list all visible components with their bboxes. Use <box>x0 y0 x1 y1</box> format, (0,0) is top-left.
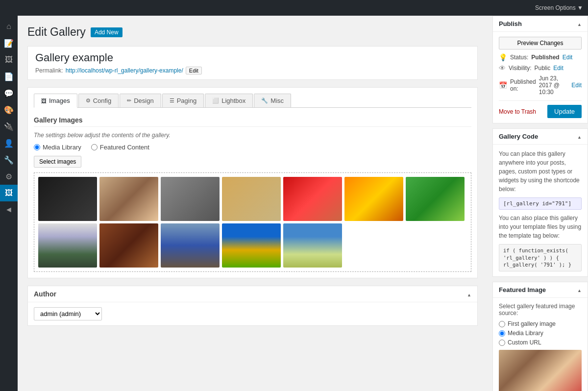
source-featured-content-radio[interactable] <box>91 144 98 150</box>
sidebar-icon-gallery[interactable]: 🖼 <box>0 185 18 201</box>
featured-custom-url[interactable]: Custom URL <box>499 339 582 346</box>
publish-actions: Move to Trash Update <box>499 100 582 118</box>
sidebar-icon-media[interactable]: 🖼 <box>0 51 18 68</box>
gallery-thumb-12[interactable] <box>283 223 342 268</box>
status-edit-link[interactable]: Edit <box>563 54 573 61</box>
sidebar-icon-dashboard[interactable]: ⌂ <box>0 18 18 35</box>
publish-box-content: Preview Changes 💡 Status: Published Edit… <box>493 32 588 123</box>
sidebar-icon-plugins[interactable]: 🔌 <box>0 118 18 135</box>
tab-design-label: Design <box>134 97 153 104</box>
tab-paging[interactable]: ☰ Paging <box>162 94 204 107</box>
image-grid <box>34 172 471 272</box>
publish-box-title: Publish <box>499 20 522 27</box>
gallery-thumb-1[interactable] <box>38 177 97 221</box>
tab-design[interactable]: ✏ Design <box>120 94 161 107</box>
tab-images[interactable]: 🖼 Images <box>34 94 77 108</box>
status-label: Status: <box>510 54 528 61</box>
tab-lightbox[interactable]: ⬜ Lightbox <box>205 94 253 107</box>
screen-options-button[interactable]: Screen Options <box>535 4 583 11</box>
move-to-trash-link[interactable]: Move to Trash <box>499 108 536 115</box>
featured-image-thumb[interactable] <box>499 350 582 391</box>
gallery-note: The settings below adjust the contents o… <box>34 132 471 139</box>
source-media-library[interactable]: Media Library <box>34 144 81 151</box>
published-label: Published on: <box>510 78 536 92</box>
gallery-code-header[interactable]: Gallery Code <box>493 129 588 145</box>
featured-custom-url-radio[interactable] <box>499 340 505 346</box>
gallery-thumb-8[interactable] <box>38 223 97 268</box>
gallery-thumb-4[interactable] <box>222 177 281 221</box>
visibility-edit-link[interactable]: Edit <box>553 65 564 72</box>
tab-paging-label: Paging <box>177 97 196 104</box>
misc-tab-icon: 🔧 <box>261 98 268 104</box>
right-sidebar: Publish Preview Changes 💡 Status: Publis… <box>488 16 588 391</box>
featured-media-library[interactable]: Media Library <box>499 330 582 337</box>
source-featured-content[interactable]: Featured Content <box>91 144 149 151</box>
update-button[interactable]: Update <box>547 105 582 118</box>
featured-image-title: Featured Image <box>499 286 546 293</box>
featured-first-gallery-radio[interactable] <box>499 321 505 327</box>
post-title-wrap: Permalink: http://localhost/wp-rl_galler… <box>27 46 478 80</box>
tab-misc[interactable]: 🔧 Misc <box>254 94 291 107</box>
source-media-library-label: Media Library <box>43 144 81 151</box>
sidebar-icon-tools[interactable]: 🔧 <box>0 151 18 168</box>
featured-image-collapse-icon <box>577 286 582 293</box>
gallery-shortcode[interactable]: [rl_gallery id="791"] <box>499 197 582 210</box>
gallery-thumb-5[interactable] <box>283 177 342 221</box>
preview-changes-button[interactable]: Preview Changes <box>499 37 582 49</box>
featured-custom-url-label: Custom URL <box>508 339 541 346</box>
featured-image-box: Featured Image Select gallery featured i… <box>492 282 588 391</box>
author-box: Author admin (admin) <box>27 286 478 326</box>
gallery-code-box: Gallery Code You can place this gallery … <box>492 128 588 277</box>
tab-images-label: Images <box>49 97 70 104</box>
author-title: Author <box>34 290 56 298</box>
gallery-thumb-3[interactable] <box>161 177 220 221</box>
visibility-label: Visibility: <box>509 65 531 72</box>
lightbox-tab-icon: ⬜ <box>212 98 219 104</box>
gallery-thumb-9[interactable] <box>99 223 158 268</box>
permalink-link[interactable]: http://localhost/wp-rl_gallery/gallery-e… <box>66 67 183 74</box>
gallery-thumb-2[interactable] <box>99 177 158 221</box>
featured-media-library-radio[interactable] <box>499 330 505 337</box>
author-header[interactable]: Author <box>28 286 477 302</box>
featured-first-gallery[interactable]: First gallery image <box>499 320 582 327</box>
publish-box: Publish Preview Changes 💡 Status: Publis… <box>492 16 588 123</box>
gallery-thumb-7[interactable] <box>406 177 465 221</box>
gallery-images-title: Gallery Images <box>34 114 471 127</box>
source-media-library-radio[interactable] <box>34 144 40 150</box>
gallery-images-section: Gallery Images The settings below adjust… <box>34 114 471 272</box>
gallery-thumb-11[interactable] <box>222 223 281 268</box>
featured-select-label: Select gallery featured image source: <box>499 303 582 317</box>
permalink-edit-button[interactable]: Edit <box>186 67 202 74</box>
gallery-thumb-6[interactable] <box>344 177 403 221</box>
post-title-input[interactable] <box>35 51 470 64</box>
gallery-thumb-10[interactable] <box>161 223 220 268</box>
images-tab-icon: 🖼 <box>41 98 47 104</box>
calendar-icon: 📅 <box>499 81 507 89</box>
config-tab-icon: ⚙ <box>86 98 91 104</box>
published-edit-link[interactable]: Edit <box>571 82 582 89</box>
gallery-template-code[interactable]: if ( function_exists( 'rl_gallery' ) ) {… <box>499 244 582 271</box>
sidebar-icon-collapse[interactable]: ◄ <box>0 201 18 218</box>
author-select[interactable]: admin (admin) <box>34 307 102 320</box>
sidebar-icon-users[interactable]: 👤 <box>0 135 18 151</box>
sidebar-icon-settings[interactable]: ⚙ <box>0 168 18 185</box>
tab-misc-label: Misc <box>270 97 284 104</box>
published-value: Jun 23, 2017 @ 10:30 <box>539 75 569 96</box>
design-tab-icon: ✏ <box>127 98 131 104</box>
select-images-button[interactable]: Select images <box>34 156 81 168</box>
page-header: Edit Gallery Add New <box>27 25 478 39</box>
publish-box-header[interactable]: Publish <box>493 16 588 32</box>
gallery-code-desc2: You can also place this gallery into you… <box>499 214 582 240</box>
add-new-button[interactable]: Add New <box>91 27 122 37</box>
visibility-icon: 👁 <box>499 64 506 72</box>
gallery-code-content: You can place this gallery anywhere into… <box>493 145 588 276</box>
sidebar-icon-appearance[interactable]: 🎨 <box>0 101 18 118</box>
status-row: 💡 Status: Published Edit <box>499 53 582 61</box>
sidebar-icon-posts[interactable]: 📝 <box>0 35 18 51</box>
sidebar-icon-pages[interactable]: 📄 <box>0 68 18 85</box>
sidebar-icon-comments[interactable]: 💬 <box>0 85 18 101</box>
publish-collapse-icon <box>577 20 582 27</box>
admin-sidebar: ⌂ 📝 🖼 📄 💬 🎨 🔌 👤 🔧 ⚙ 🖼 ◄ <box>0 16 18 391</box>
featured-image-header[interactable]: Featured Image <box>493 282 588 298</box>
tab-config[interactable]: ⚙ Config <box>78 94 119 107</box>
